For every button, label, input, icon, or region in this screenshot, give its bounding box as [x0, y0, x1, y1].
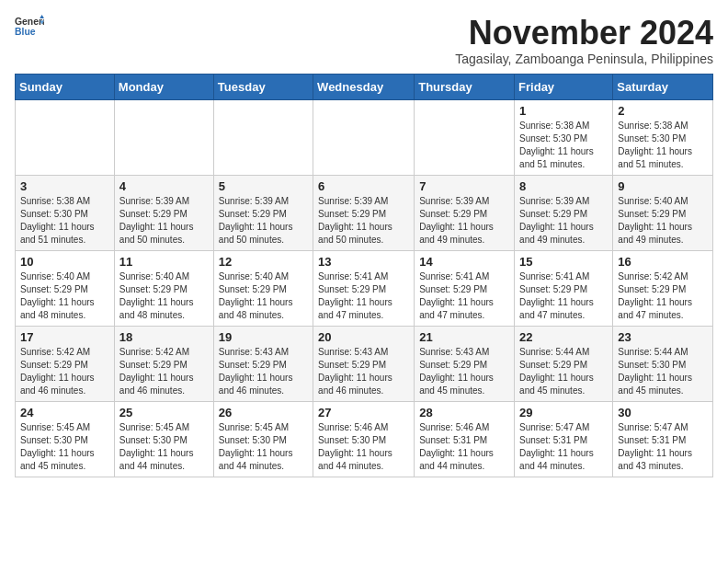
weekday-header: Sunday — [16, 74, 115, 99]
day-number: 22 — [519, 330, 608, 344]
day-number: 4 — [119, 179, 209, 193]
day-number: 11 — [119, 255, 209, 269]
calendar-cell — [313, 99, 415, 175]
day-info: Sunrise: 5:44 AM Sunset: 5:30 PM Dayligh… — [618, 346, 708, 397]
calendar-cell: 17Sunrise: 5:42 AM Sunset: 5:29 PM Dayli… — [16, 326, 115, 401]
day-info: Sunrise: 5:39 AM Sunset: 5:29 PM Dayligh… — [219, 195, 308, 247]
day-info: Sunrise: 5:41 AM Sunset: 5:29 PM Dayligh… — [519, 270, 608, 322]
calendar-cell: 5Sunrise: 5:39 AM Sunset: 5:29 PM Daylig… — [213, 175, 313, 250]
calendar-cell: 11Sunrise: 5:40 AM Sunset: 5:29 PM Dayli… — [114, 250, 213, 326]
calendar-cell: 1Sunrise: 5:38 AM Sunset: 5:30 PM Daylig… — [515, 99, 613, 175]
calendar-table: SundayMondayTuesdayWednesdayThursdayFrid… — [15, 74, 713, 477]
calendar-week-row: 3Sunrise: 5:38 AM Sunset: 5:30 PM Daylig… — [16, 175, 713, 250]
calendar-cell: 7Sunrise: 5:39 AM Sunset: 5:29 PM Daylig… — [415, 175, 515, 250]
calendar-cell: 26Sunrise: 5:45 AM Sunset: 5:30 PM Dayli… — [213, 401, 313, 477]
calendar-week-row: 1Sunrise: 5:38 AM Sunset: 5:30 PM Daylig… — [16, 99, 713, 175]
day-number: 21 — [419, 330, 509, 344]
calendar-cell: 18Sunrise: 5:42 AM Sunset: 5:29 PM Dayli… — [114, 326, 213, 401]
day-number: 2 — [618, 104, 708, 118]
day-number: 18 — [119, 330, 209, 344]
day-info: Sunrise: 5:47 AM Sunset: 5:31 PM Dayligh… — [519, 421, 608, 473]
day-info: Sunrise: 5:39 AM Sunset: 5:29 PM Dayligh… — [318, 195, 409, 247]
day-number: 9 — [618, 179, 708, 193]
day-info: Sunrise: 5:47 AM Sunset: 5:31 PM Dayligh… — [618, 421, 708, 473]
calendar-cell: 25Sunrise: 5:45 AM Sunset: 5:30 PM Dayli… — [114, 401, 213, 477]
day-info: Sunrise: 5:45 AM Sunset: 5:30 PM Dayligh… — [219, 421, 308, 473]
calendar-week-row: 10Sunrise: 5:40 AM Sunset: 5:29 PM Dayli… — [16, 250, 713, 326]
calendar-cell — [213, 99, 313, 175]
calendar-cell: 28Sunrise: 5:46 AM Sunset: 5:31 PM Dayli… — [415, 401, 515, 477]
calendar-cell: 21Sunrise: 5:43 AM Sunset: 5:29 PM Dayli… — [415, 326, 515, 401]
weekday-header: Monday — [114, 74, 213, 99]
day-number: 17 — [20, 330, 109, 344]
day-number: 3 — [20, 179, 109, 193]
calendar-cell — [415, 99, 515, 175]
day-info: Sunrise: 5:45 AM Sunset: 5:30 PM Dayligh… — [119, 421, 209, 473]
calendar-cell: 4Sunrise: 5:39 AM Sunset: 5:29 PM Daylig… — [114, 175, 213, 250]
calendar-cell: 20Sunrise: 5:43 AM Sunset: 5:29 PM Dayli… — [313, 326, 415, 401]
weekday-header-row: SundayMondayTuesdayWednesdayThursdayFrid… — [16, 74, 713, 99]
day-info: Sunrise: 5:43 AM Sunset: 5:29 PM Dayligh… — [419, 346, 509, 397]
day-info: Sunrise: 5:42 AM Sunset: 5:29 PM Dayligh… — [20, 346, 109, 397]
day-number: 20 — [318, 330, 409, 344]
logo: General Blue — [15, 15, 44, 40]
calendar-cell: 8Sunrise: 5:39 AM Sunset: 5:29 PM Daylig… — [515, 175, 613, 250]
logo-icon: General Blue — [15, 15, 44, 40]
day-info: Sunrise: 5:46 AM Sunset: 5:30 PM Dayligh… — [318, 421, 409, 473]
day-number: 15 — [519, 255, 608, 269]
day-info: Sunrise: 5:40 AM Sunset: 5:29 PM Dayligh… — [119, 270, 209, 322]
day-number: 14 — [419, 255, 509, 269]
calendar-cell: 2Sunrise: 5:38 AM Sunset: 5:30 PM Daylig… — [613, 99, 713, 175]
month-title: November 2024 — [455, 15, 713, 52]
day-number: 30 — [618, 406, 708, 419]
day-info: Sunrise: 5:39 AM Sunset: 5:29 PM Dayligh… — [519, 195, 608, 247]
calendar-cell: 27Sunrise: 5:46 AM Sunset: 5:30 PM Dayli… — [313, 401, 415, 477]
calendar-cell — [16, 99, 115, 175]
calendar-cell: 24Sunrise: 5:45 AM Sunset: 5:30 PM Dayli… — [16, 401, 115, 477]
day-number: 13 — [318, 255, 409, 269]
calendar-cell — [114, 99, 213, 175]
calendar-week-row: 24Sunrise: 5:45 AM Sunset: 5:30 PM Dayli… — [16, 401, 713, 477]
calendar-cell: 6Sunrise: 5:39 AM Sunset: 5:29 PM Daylig… — [313, 175, 415, 250]
day-info: Sunrise: 5:42 AM Sunset: 5:29 PM Dayligh… — [119, 346, 209, 397]
calendar-cell: 16Sunrise: 5:42 AM Sunset: 5:29 PM Dayli… — [613, 250, 713, 326]
calendar-cell: 15Sunrise: 5:41 AM Sunset: 5:29 PM Dayli… — [515, 250, 613, 326]
day-info: Sunrise: 5:39 AM Sunset: 5:29 PM Dayligh… — [419, 195, 509, 247]
day-number: 25 — [119, 406, 209, 419]
calendar-cell: 10Sunrise: 5:40 AM Sunset: 5:29 PM Dayli… — [16, 250, 115, 326]
day-info: Sunrise: 5:43 AM Sunset: 5:29 PM Dayligh… — [219, 346, 308, 397]
calendar-cell: 13Sunrise: 5:41 AM Sunset: 5:29 PM Dayli… — [313, 250, 415, 326]
day-number: 12 — [219, 255, 308, 269]
page-header: General Blue November 2024 Tagasilay, Za… — [15, 15, 713, 66]
weekday-header: Friday — [515, 74, 613, 99]
day-info: Sunrise: 5:41 AM Sunset: 5:29 PM Dayligh… — [318, 270, 409, 322]
day-info: Sunrise: 5:44 AM Sunset: 5:29 PM Dayligh… — [519, 346, 608, 397]
calendar-cell: 30Sunrise: 5:47 AM Sunset: 5:31 PM Dayli… — [613, 401, 713, 477]
calendar-cell: 12Sunrise: 5:40 AM Sunset: 5:29 PM Dayli… — [213, 250, 313, 326]
day-number: 23 — [618, 330, 708, 344]
day-info: Sunrise: 5:43 AM Sunset: 5:29 PM Dayligh… — [318, 346, 409, 397]
day-info: Sunrise: 5:42 AM Sunset: 5:29 PM Dayligh… — [618, 270, 708, 322]
calendar-cell: 29Sunrise: 5:47 AM Sunset: 5:31 PM Dayli… — [515, 401, 613, 477]
location-subtitle: Tagasilay, Zamboanga Peninsula, Philippi… — [455, 52, 713, 66]
weekday-header: Tuesday — [213, 74, 313, 99]
day-info: Sunrise: 5:39 AM Sunset: 5:29 PM Dayligh… — [119, 195, 209, 247]
weekday-header: Thursday — [415, 74, 515, 99]
day-info: Sunrise: 5:38 AM Sunset: 5:30 PM Dayligh… — [618, 120, 708, 171]
day-info: Sunrise: 5:41 AM Sunset: 5:29 PM Dayligh… — [419, 270, 509, 322]
calendar-cell: 9Sunrise: 5:40 AM Sunset: 5:29 PM Daylig… — [613, 175, 713, 250]
day-number: 27 — [318, 406, 409, 419]
day-info: Sunrise: 5:38 AM Sunset: 5:30 PM Dayligh… — [20, 195, 109, 247]
day-number: 24 — [20, 406, 109, 419]
day-number: 26 — [219, 406, 308, 419]
calendar-cell: 23Sunrise: 5:44 AM Sunset: 5:30 PM Dayli… — [613, 326, 713, 401]
day-number: 19 — [219, 330, 308, 344]
svg-text:General: General — [15, 17, 44, 27]
day-info: Sunrise: 5:40 AM Sunset: 5:29 PM Dayligh… — [618, 195, 708, 247]
day-number: 7 — [419, 179, 509, 193]
day-number: 1 — [519, 104, 608, 118]
day-number: 8 — [519, 179, 608, 193]
day-number: 6 — [318, 179, 409, 193]
day-number: 5 — [219, 179, 308, 193]
day-info: Sunrise: 5:40 AM Sunset: 5:29 PM Dayligh… — [20, 270, 109, 322]
